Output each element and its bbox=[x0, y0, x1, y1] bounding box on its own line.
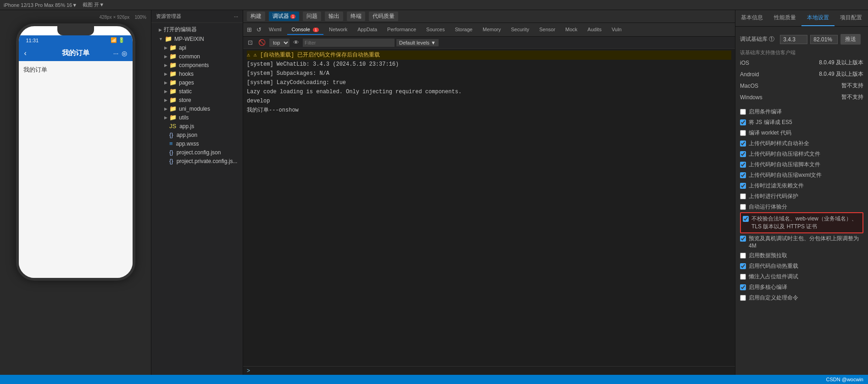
folder-icon: 📁 bbox=[165, 35, 172, 42]
json-icon: {} bbox=[169, 131, 173, 138]
tree-item-app-json[interactable]: ▶ {} app.json bbox=[151, 130, 243, 139]
tree-label: app.wxss bbox=[176, 141, 199, 147]
build-btn[interactable]: 构建 bbox=[247, 11, 265, 21]
tab-storage[interactable]: Storage bbox=[450, 25, 477, 35]
editor-toolbar: 构建 调试器 1 问题 输出 终端 代码质量 bbox=[243, 10, 735, 23]
checkbox-5[interactable] bbox=[740, 162, 746, 168]
tab-vuln[interactable]: Vuln bbox=[607, 25, 626, 35]
tree-item-static[interactable]: ▶ 📁 static bbox=[151, 87, 243, 96]
tab-console[interactable]: Console 1 bbox=[287, 25, 323, 35]
tab-sources[interactable]: Sources bbox=[422, 25, 449, 35]
tree-item-store[interactable]: ▶ 📁 store bbox=[151, 96, 243, 104]
checkbox-14[interactable] bbox=[740, 274, 746, 280]
phone-back-icon[interactable]: ‹ bbox=[24, 49, 27, 57]
tree-item-app-js[interactable]: ▶ JS app.js bbox=[151, 122, 243, 130]
checkbox-3[interactable] bbox=[740, 141, 746, 147]
tab-memory[interactable]: Memory bbox=[478, 25, 506, 35]
checkbox-10[interactable] bbox=[743, 216, 749, 222]
checkbox-label-12: 启用数据预拉取 bbox=[749, 252, 787, 260]
phone-panel: 428px × 926px 100% 11:31 📶 🔋 ‹ 我的订单 ··· … bbox=[0, 10, 151, 375]
checkbox-6[interactable] bbox=[740, 172, 746, 178]
push-btn[interactable]: 推送 bbox=[840, 34, 861, 45]
device-info[interactable]: iPhone 12/13 Pro Max 85% 16▼ bbox=[4, 2, 77, 8]
dots-icon[interactable]: ··· bbox=[113, 50, 119, 57]
android-value: 8.0.49 及以上版本 bbox=[819, 70, 863, 78]
tree-item-components[interactable]: ▶ 📁 components bbox=[151, 61, 243, 69]
checkbox-label-1: 将 JS 编译成 ES5 bbox=[749, 119, 792, 126]
tab-performance[interactable]: Performance bbox=[383, 25, 421, 35]
tab-wxml[interactable]: Wxml bbox=[264, 25, 286, 35]
screenshot-btn[interactable]: 截图 开▼ bbox=[83, 1, 104, 8]
checkbox-label-9: 自动运行体验分 bbox=[749, 203, 787, 211]
top-bar: iPhone 12/13 Pro Max 85% 16▼ 截图 开▼ bbox=[0, 0, 868, 10]
tab-sensor[interactable]: Sensor bbox=[534, 25, 560, 35]
devtools-toggle-btn[interactable]: ⊞ bbox=[245, 25, 254, 34]
tab-appdata[interactable]: AppData bbox=[353, 25, 382, 35]
tab-network[interactable]: Network bbox=[324, 25, 352, 35]
code-quality-btn[interactable]: 代码质量 bbox=[369, 11, 398, 21]
tree-item-hooks[interactable]: ▶ 📁 hooks bbox=[151, 69, 243, 78]
checkbox-label-14: 懒注入占位组件调试 bbox=[749, 273, 798, 281]
radio-icon[interactable]: ◎ bbox=[122, 50, 127, 57]
tree-item-mp-weixin[interactable]: ▼ 📁 MP-WEIXIN bbox=[151, 34, 243, 43]
tree-item-utils[interactable]: ▶ 📁 utils bbox=[151, 113, 243, 122]
checkbox-0[interactable] bbox=[740, 109, 746, 115]
filter-input[interactable] bbox=[303, 39, 395, 47]
checkbox-row-0: 启用条件编译 bbox=[740, 107, 863, 117]
checkbox-label-13: 启用代码自动热重载 bbox=[749, 262, 798, 270]
lib-version-input[interactable] bbox=[780, 35, 807, 44]
checkbox-4[interactable] bbox=[740, 151, 746, 157]
lib-version-pct-input[interactable] bbox=[810, 35, 838, 44]
clear-console-btn[interactable]: 🚫 bbox=[256, 38, 267, 47]
tree-item-api[interactable]: ▶ 📁 api bbox=[151, 43, 243, 52]
checkbox-12[interactable] bbox=[740, 253, 746, 259]
config-icon: {} bbox=[169, 149, 173, 156]
output-btn[interactable]: 输出 bbox=[325, 11, 343, 21]
checkbox-15[interactable] bbox=[740, 284, 746, 290]
checkbox-row-10: 不校验合法域名、web-view（业务域名）、TLS 版本以及 HTTPS 证书 bbox=[740, 212, 863, 233]
eye-btn[interactable]: 👁 bbox=[291, 38, 301, 47]
tab-mock[interactable]: Mock bbox=[561, 25, 582, 35]
sidebar-toggle-btn[interactable]: ⊡ bbox=[246, 38, 255, 47]
checkbox-1[interactable] bbox=[740, 119, 746, 125]
tree-item-project-private[interactable]: ▶ {} project.private.config.js... bbox=[151, 157, 243, 165]
tab-local-settings[interactable]: 本地设置 bbox=[801, 10, 835, 26]
devtools-tabs: ⊞ ↺ Wxml Console 1 Network AppData Perfo… bbox=[243, 23, 735, 37]
checkbox-row-6: 上传代码时自动压缩wxml文件 bbox=[740, 170, 863, 181]
debugger-btn[interactable]: 调试器 1 bbox=[269, 11, 299, 21]
tab-performance-quality[interactable]: 性能质量 bbox=[768, 10, 801, 26]
checkbox-8[interactable] bbox=[740, 193, 746, 199]
tree-item-open-editors[interactable]: ▶ 打开的编辑器 bbox=[151, 25, 243, 34]
tab-security[interactable]: Security bbox=[506, 25, 534, 35]
devtools-refresh-btn[interactable]: ↺ bbox=[255, 25, 263, 34]
console-line-4: Lazy code loading is enabled. Only injec… bbox=[247, 87, 731, 96]
tree-item-project-config[interactable]: ▶ {} project.config.json bbox=[151, 148, 243, 157]
support-label: 该基础库支持微信客户端 bbox=[740, 47, 863, 57]
tab-project-config[interactable]: 项目配置 bbox=[835, 10, 868, 26]
file-panel-more[interactable]: ··· bbox=[234, 14, 238, 19]
tab-basic-info[interactable]: 基本信息 bbox=[735, 10, 768, 26]
console-prompt[interactable]: > bbox=[243, 366, 735, 375]
tree-label: 打开的编辑器 bbox=[164, 26, 197, 34]
file-panel-title: 资源管理器 bbox=[156, 13, 181, 20]
console-line-6: 我的订单---onshow bbox=[247, 106, 731, 115]
checkbox-11[interactable] bbox=[740, 236, 746, 242]
checkbox-9[interactable] bbox=[740, 204, 746, 210]
checkbox-2[interactable] bbox=[740, 130, 746, 136]
context-select[interactable]: top bbox=[269, 39, 289, 47]
checkbox-13[interactable] bbox=[740, 263, 746, 269]
level-select[interactable]: Default levels ▼ bbox=[396, 39, 439, 46]
problems-btn[interactable]: 问题 bbox=[303, 11, 321, 21]
resolution-info: 428px × 926px 100% bbox=[0, 15, 151, 20]
terminal-btn[interactable]: 终端 bbox=[347, 11, 365, 21]
tree-item-uni-modules[interactable]: ▶ 📁 uni_modules bbox=[151, 104, 243, 113]
checkbox-7[interactable] bbox=[740, 183, 746, 189]
arrow-icon: ▶ bbox=[164, 63, 167, 68]
tree-item-common[interactable]: ▶ 📁 common bbox=[151, 52, 243, 61]
tree-item-pages[interactable]: ▶ 📁 pages bbox=[151, 78, 243, 87]
checkbox-label-5: 上传代码时自动压缩脚本文件 bbox=[749, 161, 820, 169]
checkbox-16[interactable] bbox=[740, 295, 746, 301]
tree-item-app-wxss[interactable]: ▶ ≡ app.wxss bbox=[151, 139, 243, 148]
tab-audits[interactable]: Audits bbox=[583, 25, 606, 35]
settings-panel: 基本信息 性能质量 本地设置 项目配置 调试基础库 ① 推送 该基础库支持微信客… bbox=[735, 10, 868, 375]
